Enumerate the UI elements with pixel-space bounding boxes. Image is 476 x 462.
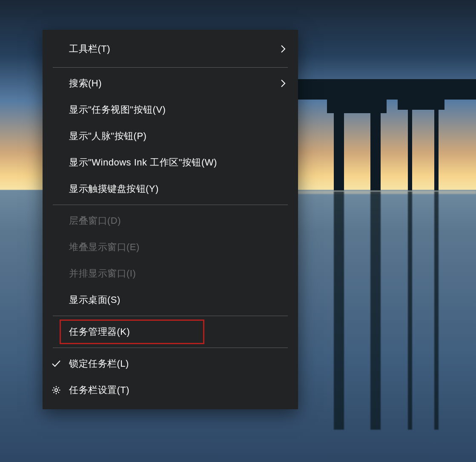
menu-separator — [53, 67, 288, 68]
menu-item-label: 显示触摸键盘按钮(Y) — [69, 183, 274, 195]
bridge-pier — [408, 99, 412, 191]
bridge-reflection — [370, 191, 381, 430]
menu-item-label: 堆叠显示窗口(E) — [69, 241, 274, 254]
menu-item-show-touch-kb[interactable]: 显示触摸键盘按钮(Y) — [43, 176, 298, 202]
bridge-pier — [370, 99, 381, 191]
bridge-reflection — [334, 191, 344, 430]
menu-item-label: 锁定任务栏(L) — [69, 357, 274, 370]
chevron-right-icon — [280, 44, 286, 54]
menu-separator — [53, 348, 288, 348]
menu-item-label: 显示"任务视图"按钮(V) — [69, 103, 274, 116]
menu-item-label: 工具栏(T) — [69, 43, 274, 55]
menu-item-toolbars[interactable]: 工具栏(T) — [43, 33, 298, 65]
bridge-deck — [297, 83, 476, 100]
bridge-pier — [334, 99, 344, 191]
menu-item-label: 显示桌面(S) — [69, 294, 274, 306]
menu-item-show-task-view[interactable]: 显示"任务视图"按钮(V) — [43, 97, 298, 123]
menu-separator — [53, 205, 288, 205]
menu-item-task-manager[interactable]: 任务管理器(K) — [43, 319, 298, 345]
menu-item-label: 任务栏设置(T) — [69, 384, 274, 396]
submenu-arrow-slot — [274, 44, 286, 54]
chevron-right-icon — [280, 79, 286, 88]
submenu-arrow-slot — [274, 79, 286, 88]
menu-item-search[interactable]: 搜索(H) — [43, 70, 298, 97]
menu-separator — [53, 316, 288, 316]
menu-item-show-people[interactable]: 显示"人脉"按钮(P) — [43, 123, 298, 149]
svg-point-0 — [55, 389, 57, 391]
menu-item-label: 搜索(H) — [69, 77, 274, 90]
menu-item-label: 层叠窗口(D) — [69, 214, 274, 227]
bridge-reflection — [408, 191, 412, 430]
menu-item-label: 显示"人脉"按钮(P) — [69, 130, 274, 143]
menu-item-label: 任务管理器(K) — [69, 325, 274, 338]
menu-item-show-ink[interactable]: 显示"Windows Ink 工作区"按钮(W) — [43, 149, 298, 176]
menu-item-cascade: 层叠窗口(D) — [43, 208, 298, 234]
menu-item-lock-taskbar[interactable]: 锁定任务栏(L) — [43, 351, 298, 377]
menu-item-label: 并排显示窗口(I) — [69, 267, 274, 280]
gear-icon — [50, 384, 62, 396]
menu-item-side-by-side: 并排显示窗口(I) — [43, 260, 298, 287]
menu-item-taskbar-settings[interactable]: 任务栏设置(T) — [43, 377, 298, 403]
check-icon — [50, 358, 62, 370]
bridge-reflection — [434, 191, 439, 430]
bridge-pier — [434, 99, 439, 191]
menu-item-stack: 堆叠显示窗口(E) — [43, 234, 298, 260]
bridge-reflection — [297, 191, 476, 194]
taskbar-context-menu: 工具栏(T)搜索(H)显示"任务视图"按钮(V)显示"人脉"按钮(P)显示"Wi… — [43, 30, 298, 409]
bridge-rail — [297, 79, 476, 83]
menu-item-label: 显示"Windows Ink 工作区"按钮(W) — [69, 156, 274, 169]
menu-item-show-desktop[interactable]: 显示桌面(S) — [43, 287, 298, 313]
